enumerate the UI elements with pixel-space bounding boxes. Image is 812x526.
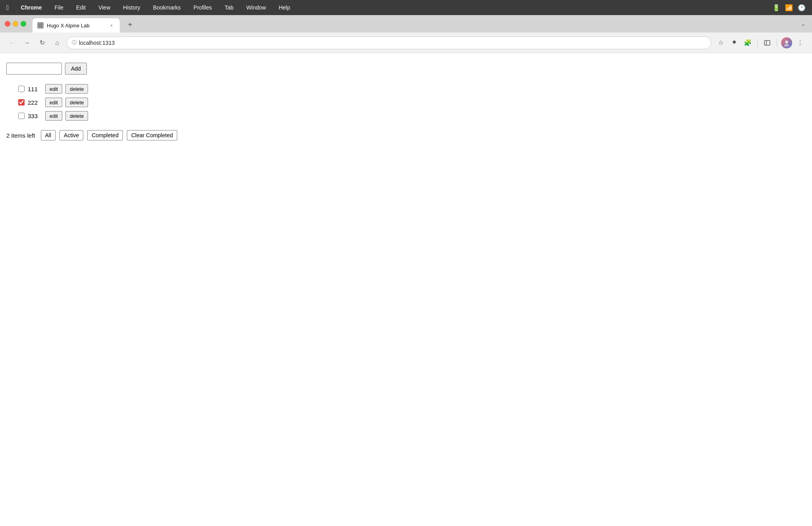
items-left-count: 2 items left	[6, 132, 35, 139]
menubar-file[interactable]: File	[52, 4, 66, 12]
svg-rect-1	[764, 40, 770, 45]
battery-icon: 🔋	[772, 4, 780, 12]
close-window-button[interactable]	[5, 21, 10, 27]
tab-close-button[interactable]: ×	[108, 22, 115, 29]
todo-label-2: 222	[28, 99, 42, 106]
menubar-view[interactable]: View	[96, 4, 113, 12]
address-bar[interactable]: ⓘ localhost:1313	[67, 36, 711, 49]
todo-delete-button-2[interactable]: delete	[65, 98, 88, 107]
clock-icon: 🕐	[798, 4, 806, 12]
lock-icon: ⓘ	[72, 39, 77, 46]
sidebar-button[interactable]	[762, 37, 773, 48]
menubar-edit[interactable]: Edit	[74, 4, 88, 12]
menubar-bookmarks[interactable]: Bookmarks	[151, 4, 183, 12]
todo-label-3: 333	[28, 113, 42, 119]
new-tab-button[interactable]: +	[124, 19, 136, 30]
todo-checkbox-2[interactable]	[18, 99, 25, 106]
tab-title: Hugo X Alpine Lab	[47, 23, 105, 29]
maximize-window-button[interactable]	[21, 21, 26, 27]
todo-checkbox-3[interactable]	[18, 113, 25, 119]
todo-delete-button-3[interactable]: delete	[65, 111, 88, 121]
tabbar-left: Hugo X Alpine Lab × +	[3, 18, 136, 33]
back-button[interactable]: ←	[6, 37, 17, 48]
forward-button[interactable]: →	[21, 37, 33, 48]
tabbar: Hugo X Alpine Lab × + ⌄	[0, 15, 812, 33]
wifi-icon: 📶	[785, 4, 793, 12]
toolbar-actions: ☆ 🧩 ⋮	[715, 37, 806, 48]
menubar-chrome[interactable]: Chrome	[19, 4, 44, 12]
todo-item-1: 111 edit delete	[18, 84, 806, 94]
apple-logo[interactable]: 	[6, 4, 9, 12]
toolbar: ← → ↻ ⌂ ⓘ localhost:1313 ☆ 🧩 ⋮	[0, 33, 812, 53]
filter-all-button[interactable]: All	[41, 130, 56, 140]
svg-point-4	[784, 44, 789, 46]
menubar-tab[interactable]: Tab	[222, 4, 236, 12]
todo-edit-button-1[interactable]: edit	[45, 84, 62, 94]
svg-point-0	[38, 23, 42, 27]
menubar-profiles[interactable]: Profiles	[191, 4, 214, 12]
home-button[interactable]: ⌂	[52, 37, 63, 48]
page-content: Add 111 edit delete 222 edit delete 333 …	[0, 53, 812, 150]
puzzle-button[interactable]: 🧩	[742, 37, 753, 48]
clear-completed-button[interactable]: Clear Completed	[127, 130, 177, 140]
todo-delete-button-1[interactable]: delete	[65, 84, 88, 94]
svg-point-3	[785, 40, 788, 44]
menubar:  Chrome File Edit View History Bookmark…	[0, 0, 812, 15]
todo-list: 111 edit delete 222 edit delete 333 edit…	[6, 84, 806, 121]
add-input[interactable]	[6, 63, 62, 75]
menubar-right-icons: 🔋 📶 🕐	[772, 4, 806, 12]
tabs-chevron[interactable]: ⌄	[798, 18, 809, 29]
menubar-help[interactable]: Help	[276, 4, 293, 12]
todo-edit-button-2[interactable]: edit	[45, 98, 62, 107]
todo-edit-button-3[interactable]: edit	[45, 111, 62, 121]
todo-item-2: 222 edit delete	[18, 98, 806, 107]
filter-completed-button[interactable]: Completed	[87, 130, 123, 140]
minimize-window-button[interactable]	[13, 21, 18, 27]
refresh-button[interactable]: ↻	[36, 37, 48, 48]
url-text: localhost:1313	[79, 40, 706, 46]
bookmark-button[interactable]: ☆	[715, 37, 726, 48]
todo-checkbox-1[interactable]	[18, 86, 25, 92]
toolbar-divider	[757, 39, 758, 47]
browser-tab[interactable]: Hugo X Alpine Lab ×	[33, 18, 120, 33]
footer: 2 items left All Active Completed Clear …	[6, 130, 806, 140]
menubar-history[interactable]: History	[121, 4, 143, 12]
more-button[interactable]: ⋮	[795, 37, 806, 48]
add-row: Add	[6, 63, 806, 75]
filter-active-button[interactable]: Active	[59, 130, 83, 140]
todo-item-3: 333 edit delete	[18, 111, 806, 121]
toolbar-divider-2	[777, 39, 777, 47]
tab-favicon	[37, 22, 44, 29]
traffic-lights	[3, 21, 29, 30]
profile-avatar[interactable]	[781, 37, 792, 48]
add-button[interactable]: Add	[65, 63, 87, 75]
todo-label-1: 111	[28, 86, 42, 92]
extension-button[interactable]	[729, 37, 740, 48]
menubar-window[interactable]: Window	[244, 4, 268, 12]
